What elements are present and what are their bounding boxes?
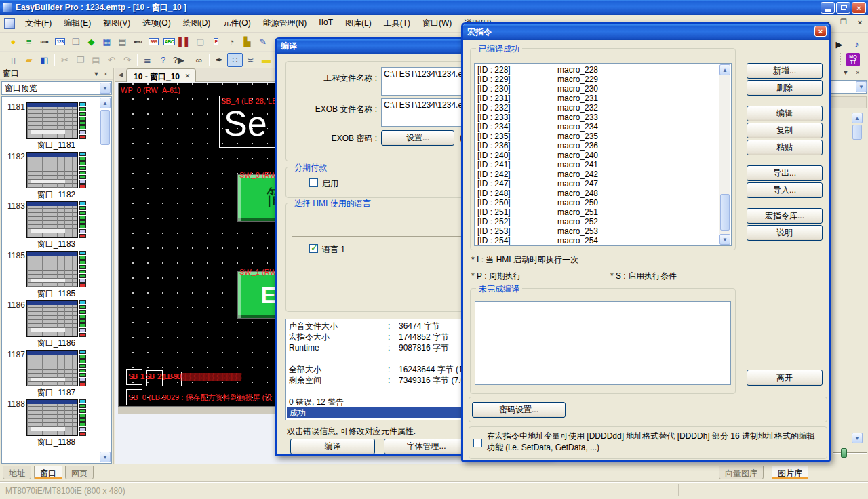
macro-list-row[interactable]: [ID : 240]macro_240 (477, 151, 731, 160)
grid-icon[interactable]: ∷ (227, 53, 243, 67)
window-thumbnail[interactable] (26, 102, 87, 139)
macro-button-导出...[interactable]: 导出... (747, 165, 823, 181)
numeric-display-icon[interactable]: 999 (146, 35, 161, 49)
macro-scrollbar-thumb[interactable] (720, 194, 730, 231)
sound-icon[interactable]: ♪ (849, 37, 865, 52)
address-format-checkbox[interactable] (473, 439, 482, 447)
macro-list-row[interactable]: [ID : 253]macro_253 (477, 226, 731, 236)
menu-item-窗口(W)[interactable]: 窗口(W) (416, 14, 458, 33)
ascii-display-icon[interactable]: ABC (161, 35, 177, 49)
scrollbar-thumb[interactable] (100, 110, 110, 145)
window-thumbnail[interactable] (26, 399, 87, 436)
menu-item-能源管理(N)[interactable]: 能源管理(N) (257, 14, 313, 33)
group-frame-icon[interactable]: ▢ (193, 35, 208, 49)
tab-窗口[interactable]: 窗口 (34, 466, 62, 479)
bar-graph-icon[interactable]: ▙ (239, 35, 255, 49)
macro-list-row[interactable]: [ID : 235]macro_235 (477, 132, 731, 141)
tab-close-icon[interactable]: × (185, 71, 190, 82)
compile-button[interactable]: 编译 (290, 439, 375, 454)
help-icon[interactable]: ? (155, 53, 171, 67)
macro-button-宏指令库...[interactable]: 宏指令库... (747, 208, 823, 224)
menu-item-编辑(E)[interactable]: 编辑(E) (58, 14, 97, 33)
library-scroll-down-icon[interactable]: ▼ (852, 433, 863, 443)
installment-enable-checkbox[interactable] (309, 178, 318, 187)
library-scroll-up-icon[interactable]: ▲ (852, 113, 863, 123)
menu-item-视图(V)[interactable]: 视图(V) (97, 14, 136, 33)
redo-icon[interactable]: ↷ (119, 53, 135, 67)
menu-item-工具(T)[interactable]: 工具(T) (378, 14, 416, 33)
screen-select-icon[interactable]: ▦ (99, 35, 115, 49)
menu-item-文件(F)[interactable]: 文件(F) (19, 14, 58, 33)
window-preview-item[interactable]: 1188窗口_1188 (2, 398, 100, 447)
preview-mode-dropdown[interactable]: 窗口预览 ▼ (1, 81, 112, 95)
scroll-up-icon[interactable]: ▲ (100, 98, 111, 108)
tab-地址[interactable]: 地址 (3, 466, 31, 479)
macro-button-编辑[interactable]: 编辑 (747, 106, 823, 121)
library-panel-menu-icon[interactable]: ▼ (841, 69, 850, 76)
macro-list-row[interactable]: [ID : 252]macro_252 (477, 217, 731, 226)
macro-dialog-titlebar[interactable]: 宏指令 × (463, 24, 829, 40)
font-management-button[interactable]: 字体管理... (384, 439, 469, 454)
library-scrollbar-thumb[interactable] (852, 125, 862, 140)
menu-item-元件(O)[interactable]: 元件(O) (216, 14, 256, 33)
window-thumbnail[interactable] (26, 300, 87, 337)
language1-checkbox[interactable] (309, 244, 318, 253)
library-panel-close-icon[interactable]: × (853, 69, 863, 76)
cut-icon[interactable]: ✂ (57, 53, 73, 67)
password-settings-button[interactable]: 密码设置... (472, 402, 566, 418)
macro-list-row[interactable]: [ID : 251]macro_251 (477, 207, 731, 217)
password-set-button[interactable]: 设置... (381, 130, 454, 146)
macro-list-row[interactable]: [ID : 242]macro_242 (477, 169, 731, 179)
clock-icon[interactable]: ◔ (224, 35, 239, 49)
window-preview-item[interactable]: 1182窗口_1182 (2, 151, 100, 200)
macro-list-row[interactable]: [ID : 254]macro_254 (477, 236, 731, 245)
window-thumbnail[interactable] (26, 251, 87, 287)
menu-item-图库(L)[interactable]: 图库(L) (339, 14, 378, 33)
macro-button-导入...[interactable]: 导入... (747, 182, 823, 198)
layers-icon[interactable]: ❏ (68, 35, 83, 49)
tab-window-10[interactable]: 10 - 窗口_10 × (126, 68, 196, 82)
macro-list-row[interactable]: [ID : 229]macro_229 (477, 75, 731, 84)
context-help-icon[interactable]: ?▶ (171, 53, 186, 67)
window-thumbnail[interactable] (26, 201, 87, 238)
zoom-slider-handle[interactable] (841, 448, 847, 458)
paste-icon[interactable]: ▤ (88, 53, 104, 67)
macro-list-row[interactable]: [ID : 228]macro_228 (477, 65, 731, 75)
mqtt-icon[interactable]: MQ TT (846, 53, 860, 66)
macro-list-row[interactable]: [ID : 232]macro_232 (477, 103, 731, 113)
macro-list[interactable]: [ID : 228]macro_228[ID : 229]macro_229[I… (474, 63, 732, 246)
window-preview-item[interactable]: 1181窗口_1181 (2, 101, 100, 151)
minimize-button[interactable] (821, 2, 835, 14)
draw-tool-icon[interactable]: ✎ (255, 35, 271, 49)
macro-list-row[interactable]: [ID : 230]macro_230 (477, 84, 731, 94)
chevron-down-icon[interactable]: ▼ (100, 83, 111, 94)
macro-button-粘贴[interactable]: 粘贴 (747, 140, 823, 155)
numeric-input-icon[interactable]: 123 (52, 35, 68, 49)
undo-icon[interactable]: ↶ (104, 53, 119, 67)
menu-item-选项(O)[interactable]: 选项(O) (136, 14, 176, 33)
traffic-light-icon[interactable]: ≡ (21, 35, 37, 49)
tab-nav-left-icon[interactable]: ◀ (115, 71, 126, 78)
uncompiled-list[interactable] (475, 301, 731, 385)
shape-rect-icon[interactable]: ▬ (258, 53, 274, 67)
save-icon[interactable]: ◧ (37, 53, 52, 67)
barcode-icon[interactable]: ▌▌ (177, 35, 193, 49)
tab-向量图库[interactable]: 向量图库 (719, 466, 764, 479)
window-preview-item[interactable]: 1185窗口_1185 (2, 250, 100, 299)
restore-button[interactable] (836, 2, 850, 14)
macro-scroll-down-icon[interactable]: ▼ (719, 234, 730, 245)
macro-list-row[interactable]: [ID : 234]macro_234 (477, 122, 731, 132)
bulb-icon[interactable]: ● (5, 35, 21, 49)
macro-button-复制[interactable]: 复制 (747, 123, 823, 138)
mdi-restore-button[interactable]: ❐ (838, 18, 849, 26)
macro-button-删除[interactable]: 删除 (747, 80, 823, 96)
tab-图片库[interactable]: 图片库 (772, 466, 808, 479)
macro-list-row[interactable]: [ID : 250]macro_250 (477, 198, 731, 207)
print-icon[interactable]: ≣ (140, 53, 155, 67)
menu-item-绘图(D)[interactable]: 绘图(D) (177, 14, 217, 33)
text-input-icon[interactable]: ▤ (115, 35, 130, 49)
pen-icon[interactable]: ✒ (212, 53, 227, 67)
window-preview-item[interactable]: 1187窗口_1187 (2, 348, 100, 398)
align-icon[interactable]: ≍ (243, 53, 258, 67)
macro-list-row[interactable]: [ID : 248]macro_248 (477, 188, 731, 198)
